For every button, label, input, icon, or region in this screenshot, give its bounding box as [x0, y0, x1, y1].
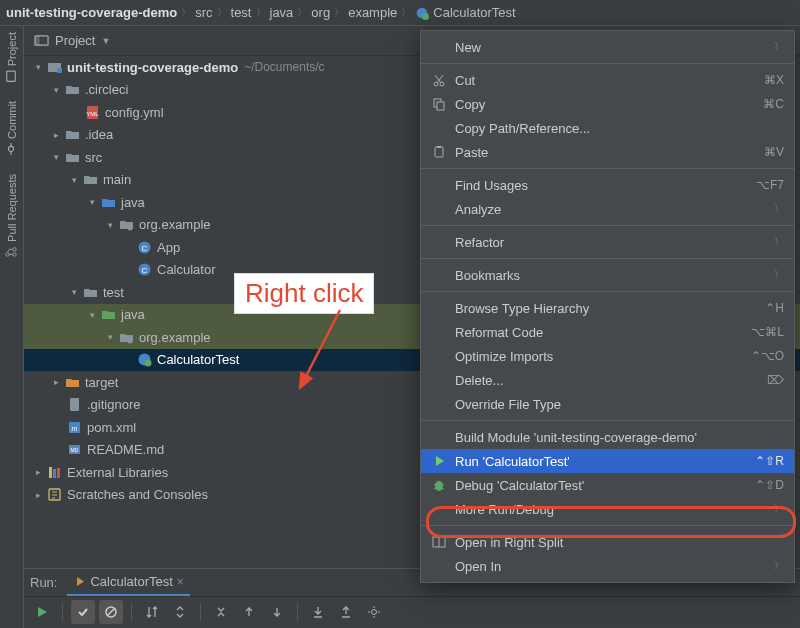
package-icon [118, 329, 134, 345]
crumb-src[interactable]: src [195, 5, 212, 20]
paste-icon [429, 145, 449, 159]
file-icon [66, 397, 82, 413]
next-icon[interactable] [265, 600, 289, 624]
yaml-file-icon: YML [84, 104, 100, 120]
svg-line-44 [107, 608, 115, 616]
svg-rect-50 [435, 147, 443, 157]
crumb-org[interactable]: org [311, 5, 330, 20]
crumb-root[interactable]: unit-testing-coverage-demo [6, 5, 177, 20]
import-icon[interactable] [306, 600, 330, 624]
class-icon: C [136, 262, 152, 278]
svg-text:YML: YML [86, 111, 99, 117]
menu-reformat[interactable]: Reformat Code⌥⌘L [421, 320, 794, 344]
menu-optimize-imports[interactable]: Optimize Imports⌃⌥O [421, 344, 794, 368]
ignore-toggle[interactable] [99, 600, 123, 624]
svg-point-45 [372, 610, 377, 615]
debug-icon [429, 478, 449, 492]
run-label: Run: [30, 575, 57, 590]
menu-refactor[interactable]: Refactor〉 [421, 230, 794, 254]
left-tool-strip: Project Commit Pull Requests [0, 26, 24, 628]
collapse-icon[interactable] [209, 600, 233, 624]
svg-rect-51 [437, 146, 441, 148]
svg-rect-40 [53, 469, 56, 478]
menu-more-run[interactable]: More Run/Debug〉 [421, 497, 794, 521]
menu-copy[interactable]: Copy⌘C [421, 92, 794, 116]
svg-point-52 [435, 481, 443, 491]
settings-icon[interactable] [362, 600, 386, 624]
tab-pull-requests[interactable]: Pull Requests [5, 174, 18, 259]
folder-icon [64, 82, 80, 98]
svg-rect-34 [70, 398, 79, 411]
pull-request-icon [5, 246, 18, 259]
excluded-folder-icon [64, 374, 80, 390]
svg-rect-2 [7, 71, 16, 81]
tab-project[interactable]: Project [5, 32, 18, 83]
class-test-icon [415, 6, 429, 20]
run-config-icon [73, 575, 86, 588]
run-icon [429, 454, 449, 468]
crumb-java[interactable]: java [270, 5, 294, 20]
dropdown-icon[interactable]: ▼ [101, 36, 110, 46]
svg-text:m: m [71, 425, 77, 432]
svg-point-7 [13, 253, 16, 256]
menu-cut[interactable]: Cut⌘X [421, 68, 794, 92]
pass-toggle[interactable] [71, 600, 95, 624]
svg-rect-23 [57, 68, 62, 73]
svg-point-8 [13, 248, 16, 251]
project-header-title[interactable]: Project [55, 33, 95, 48]
svg-point-31 [127, 338, 132, 343]
menu-override-file-type[interactable]: Override File Type [421, 392, 794, 416]
test-class-icon [136, 352, 152, 368]
copy-icon [429, 97, 449, 111]
menu-new[interactable]: New〉 [421, 35, 794, 59]
svg-text:C: C [141, 244, 147, 253]
export-icon[interactable] [334, 600, 358, 624]
svg-text:MD: MD [70, 447, 78, 453]
crumb-example[interactable]: example [348, 5, 397, 20]
expand-icon[interactable] [168, 600, 192, 624]
maven-icon: m [66, 419, 82, 435]
svg-rect-41 [57, 468, 60, 478]
tab-commit[interactable]: Commit [5, 101, 18, 156]
markdown-icon: MD [66, 442, 82, 458]
menu-paste[interactable]: Paste⌘V [421, 140, 794, 164]
svg-rect-39 [49, 467, 52, 478]
run-button[interactable] [30, 600, 54, 624]
svg-rect-49 [437, 102, 444, 110]
prev-icon[interactable] [237, 600, 261, 624]
project-icon [5, 70, 18, 83]
menu-find-usages[interactable]: Find Usages⌥F7 [421, 173, 794, 197]
run-tab[interactable]: CalculatorTest × [67, 569, 189, 596]
libraries-icon [46, 464, 62, 480]
crumb-test[interactable]: test [231, 5, 252, 20]
package-icon [118, 217, 134, 233]
crumb-file[interactable]: CalculatorTest [433, 5, 515, 20]
module-icon [46, 59, 62, 75]
menu-debug[interactable]: Debug 'CalculatorTest'⌃⇧D [421, 473, 794, 497]
menu-build-module[interactable]: Build Module 'unit-testing-coverage-demo… [421, 425, 794, 449]
menu-open-in[interactable]: Open In〉 [421, 554, 794, 578]
menu-copy-path[interactable]: Copy Path/Reference... [421, 116, 794, 140]
context-menu: New〉 Cut⌘X Copy⌘C Copy Path/Reference...… [420, 30, 795, 583]
close-icon[interactable]: × [177, 575, 184, 589]
menu-delete[interactable]: Delete...⌦ [421, 368, 794, 392]
menu-open-split[interactable]: Open in Right Split [421, 530, 794, 554]
menu-run[interactable]: Run 'CalculatorTest'⌃⇧R [421, 449, 794, 473]
project-view-icon [34, 33, 49, 48]
folder-icon [64, 127, 80, 143]
test-folder-icon [100, 307, 116, 323]
svg-point-26 [127, 226, 132, 231]
chevron-right-icon: ▸ [50, 130, 62, 140]
svg-text:C: C [141, 266, 147, 275]
source-folder-icon [100, 194, 116, 210]
annotation-callout: Right click [234, 273, 374, 314]
crumb-sep: 〉 [181, 6, 191, 20]
sort-icon[interactable] [140, 600, 164, 624]
breadcrumb: unit-testing-coverage-demo 〉 src 〉 test … [0, 0, 800, 26]
svg-point-1 [422, 13, 429, 20]
menu-browse-hierarchy[interactable]: Browse Type Hierarchy⌃H [421, 296, 794, 320]
svg-rect-10 [35, 36, 40, 45]
menu-bookmarks[interactable]: Bookmarks〉 [421, 263, 794, 287]
chevron-down-icon: ▾ [32, 62, 44, 72]
menu-analyze[interactable]: Analyze〉 [421, 197, 794, 221]
